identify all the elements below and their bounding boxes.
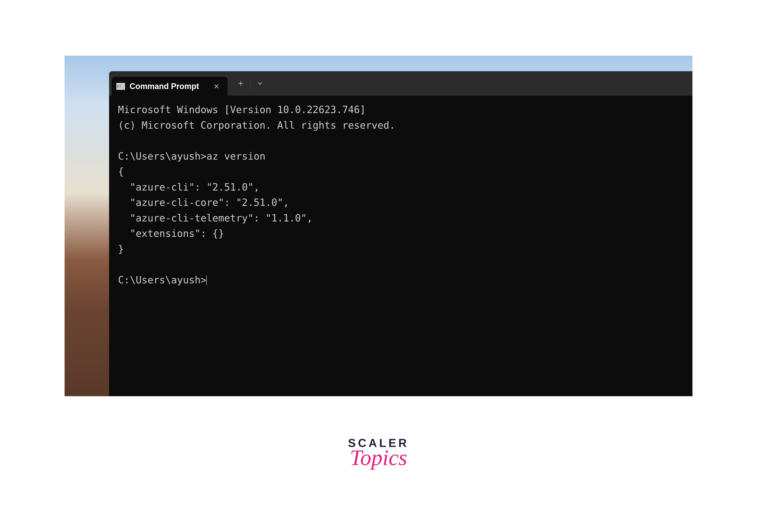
- brand-topics: Topics: [348, 445, 409, 470]
- output-line: }: [118, 243, 124, 255]
- new-tab-button[interactable]: [231, 71, 250, 96]
- close-tab-icon[interactable]: [211, 83, 222, 89]
- banner-line: Microsoft Windows [Version 10.0.22623.74…: [118, 104, 366, 115]
- banner-line: (c) Microsoft Corporation. All rights re…: [118, 120, 395, 131]
- title-bar-actions: [227, 71, 270, 96]
- output-line: "extensions": {}: [118, 228, 224, 239]
- output-line: "azure-cli-core": "2.51.0",: [118, 197, 289, 208]
- output-line: "azure-cli-telemetry": "1.1.0",: [118, 212, 313, 224]
- cmd-icon: [116, 83, 125, 90]
- output-line: {: [118, 166, 124, 177]
- tab-command-prompt[interactable]: Command Prompt: [112, 77, 227, 96]
- terminal-window: Command Prompt: [109, 71, 692, 396]
- terminal-body[interactable]: Microsoft Windows [Version 10.0.22623.74…: [109, 96, 692, 294]
- command: az version: [206, 151, 265, 162]
- cursor: [206, 275, 207, 285]
- title-bar: Command Prompt: [109, 71, 692, 96]
- brand-logo: SCALER Topics: [348, 436, 409, 470]
- tab-title: Command Prompt: [130, 82, 206, 91]
- prompt: C:\Users\ayush>: [118, 151, 206, 162]
- output-line: "azure-cli": "2.51.0",: [118, 181, 259, 193]
- desktop-background: Command Prompt: [65, 56, 692, 396]
- prompt: C:\Users\ayush>: [118, 274, 206, 285]
- tab-dropdown-button[interactable]: [251, 71, 270, 96]
